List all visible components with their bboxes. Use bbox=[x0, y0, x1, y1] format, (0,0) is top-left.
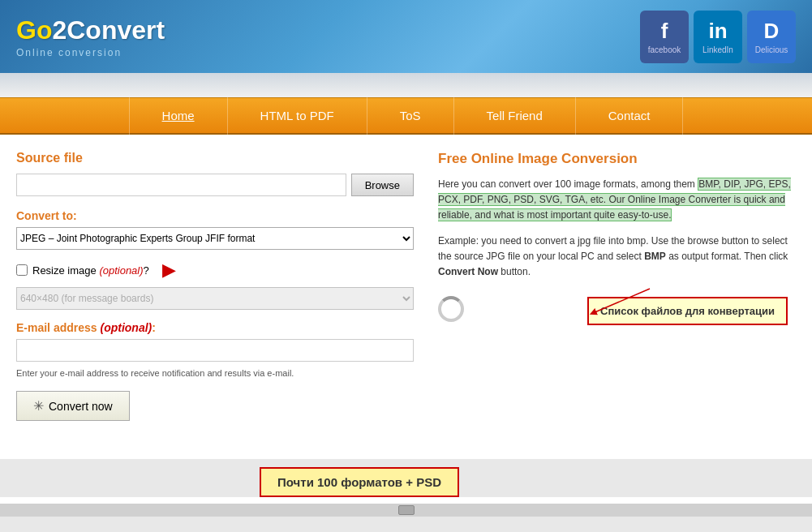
bottom-bar bbox=[0, 504, 812, 517]
logo-go: Go bbox=[16, 15, 52, 45]
example-part3: button. bbox=[498, 266, 531, 277]
email-hint: Enter your e-mail address to receive not… bbox=[16, 368, 414, 378]
delicious-label: Delicious bbox=[755, 45, 788, 54]
file-input-row: Browse bbox=[16, 174, 414, 196]
resize-text: Resize image bbox=[32, 264, 99, 277]
delicious-symbol: D bbox=[764, 19, 780, 44]
resize-arrow-indicator: ▶ bbox=[162, 260, 176, 281]
email-input[interactable] bbox=[16, 339, 414, 362]
tooltip-formats: Почти 100 форматов + PSD bbox=[260, 467, 459, 497]
format-select[interactable]: JPEG – Joint Photographic Experts Group … bbox=[16, 227, 414, 250]
nav-home[interactable]: Home bbox=[129, 97, 228, 135]
resize-question: ? bbox=[144, 264, 149, 277]
facebook-icon[interactable]: f facebook bbox=[640, 11, 689, 63]
email-optional: (optional) bbox=[101, 321, 153, 334]
logo-area: Go2Convert Online conversion bbox=[16, 15, 640, 58]
description: Here you can convert over 100 image form… bbox=[438, 177, 796, 224]
logo-subtitle: Online conversion bbox=[16, 47, 640, 58]
logo: Go2Convert bbox=[16, 15, 640, 45]
resize-select[interactable]: 640×480 (for message boards) bbox=[16, 287, 414, 310]
left-panel: Source file Browse Convert to: JPEG – Jo… bbox=[16, 151, 414, 427]
email-label: E-mail address (optional): bbox=[16, 321, 414, 334]
right-title: Free Online Image Conversion bbox=[438, 151, 796, 167]
facebook-label: facebook bbox=[648, 45, 681, 54]
email-colon: : bbox=[152, 321, 156, 334]
desc-part1: Here you can convert over 100 image form… bbox=[438, 178, 698, 190]
tooltip-file-list: Список файлов для конвертации bbox=[587, 297, 788, 325]
resize-label: Resize image (optional)? bbox=[32, 264, 149, 277]
source-file-label: Source file bbox=[16, 151, 414, 165]
logo-2: 2 bbox=[52, 15, 67, 45]
example-bmp: BMP bbox=[644, 251, 666, 262]
example-text: Example: you need to convert a jpg file … bbox=[438, 234, 796, 281]
header: Go2Convert Online conversion f facebook … bbox=[0, 0, 812, 73]
convert-button[interactable]: ✳ Convert now bbox=[16, 391, 130, 421]
linkedin-symbol: in bbox=[708, 19, 727, 44]
right-panel: Free Online Image Conversion Here you ca… bbox=[438, 151, 796, 427]
convert-to-label: Convert to: bbox=[16, 209, 414, 222]
main-content: Source file Browse Convert to: JPEG – Jo… bbox=[0, 135, 812, 459]
nav-contact[interactable]: Contact bbox=[576, 97, 684, 135]
nav-tos[interactable]: ToS bbox=[367, 97, 454, 135]
nav-html-to-pdf[interactable]: HTML to PDF bbox=[228, 97, 367, 135]
file-input[interactable] bbox=[16, 174, 346, 196]
scrollbar-thumb[interactable] bbox=[398, 505, 415, 515]
email-label-text: E-mail address bbox=[16, 321, 101, 334]
facebook-symbol: f bbox=[661, 19, 668, 44]
logo-convert: Convert bbox=[67, 15, 165, 45]
delicious-icon[interactable]: D Delicious bbox=[747, 11, 796, 63]
social-icons: f facebook in LinkedIn D Delicious bbox=[640, 11, 796, 63]
convert-btn-label: Convert now bbox=[49, 400, 113, 413]
resize-row: Resize image (optional)? ▶ bbox=[16, 260, 414, 281]
linkedin-icon[interactable]: in LinkedIn bbox=[694, 11, 742, 63]
spinner bbox=[438, 296, 464, 322]
linkedin-label: LinkedIn bbox=[702, 45, 733, 54]
example-part2: as output format. Then click bbox=[666, 251, 788, 262]
resize-checkbox[interactable] bbox=[16, 264, 28, 276]
convert-btn-star: ✳ bbox=[33, 398, 44, 414]
nav-tell-friend[interactable]: Tell Friend bbox=[454, 97, 576, 135]
browse-button[interactable]: Browse bbox=[351, 174, 414, 196]
resize-optional: (optional) bbox=[99, 264, 143, 277]
nav: Home HTML to PDF ToS Tell Friend Contact bbox=[0, 97, 812, 135]
example-convert-now: Convert Now bbox=[438, 266, 498, 277]
header-gap bbox=[0, 73, 812, 97]
